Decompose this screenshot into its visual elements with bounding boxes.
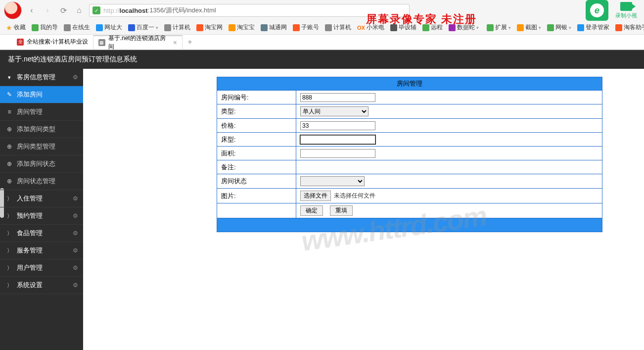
bookmark-item[interactable]: 网银▾ <box>545 23 573 32</box>
bookmark-item[interactable]: 登录管家 <box>575 23 611 32</box>
browser-chrome: ‹ › ⟳ ⌂ ✓ http://localhost:1356/源代码/inde… <box>0 0 644 50</box>
input-area[interactable] <box>300 149 375 158</box>
select-status[interactable] <box>300 176 365 186</box>
sidebar-label: 添加房间状态 <box>17 159 55 168</box>
bookmark-item[interactable]: 截图▾ <box>515 23 543 32</box>
screen-recorder-watermark: 屏幕录像专家 未注册 <box>366 12 477 27</box>
bookmark-icon <box>487 24 494 31</box>
bookmark-item[interactable]: 网址大 <box>94 23 124 32</box>
bookmark-item[interactable]: 我的导 <box>30 23 60 32</box>
address-row: ‹ › ⟳ ⌂ ✓ http://localhost:1356/源代码/inde… <box>0 0 644 21</box>
reset-button[interactable]: 重填 <box>330 205 353 216</box>
gear-icon[interactable]: ⚙ <box>73 230 78 237</box>
bookmark-item[interactable]: 子账号 <box>291 23 321 32</box>
close-icon[interactable]: × <box>173 39 177 47</box>
star-icon: ★ <box>6 24 12 32</box>
table-row: 确定 重填 <box>217 203 602 218</box>
bookmark-item[interactable]: 在线生 <box>62 23 92 32</box>
choose-file-button[interactable]: 选择文件 <box>300 191 331 201</box>
bookmark-icon <box>32 24 39 31</box>
bookmark-icon <box>261 24 268 31</box>
gear-icon[interactable]: ⚙ <box>73 74 78 81</box>
address-bar[interactable]: ✓ http://localhost:1356/源代码/index.html <box>89 4 410 17</box>
table-row: 床型: <box>217 133 602 147</box>
sidebar-item-add-room-status[interactable]: ⊕ 添加房间状态 <box>0 155 83 173</box>
label-area: 面积: <box>217 147 296 160</box>
bookmark-icon <box>64 24 71 31</box>
bookmark-icon <box>196 24 203 31</box>
sidebar-item-room-type-manage[interactable]: ⊕ 房间类型管理 <box>0 138 83 155</box>
profile-avatar[interactable] <box>4 1 22 19</box>
sidebar-section-user[interactable]: 〉 用户管理 ⚙ <box>0 259 83 277</box>
app-body: ▾ 客房信息管理 ⚙ ✎ 添加房间 ≡ 房间管理 ⊕ 添加房间类型 ⊕ 房间类型… <box>0 69 644 350</box>
favicon-icon: ▦ <box>98 39 105 46</box>
record-button[interactable]: 录制小视 <box>612 2 640 19</box>
sidebar-label: 系统设置 <box>17 281 43 290</box>
sidebar-item-add-room-type[interactable]: ⊕ 添加房间类型 <box>0 121 83 138</box>
tab-search[interactable]: 全 全站搜索-计算机毕业设 <box>12 35 93 49</box>
bookmark-item[interactable]: 扩展▾ <box>485 23 513 32</box>
back-button[interactable]: ‹ <box>26 4 38 16</box>
gear-icon[interactable]: ⚙ <box>73 247 78 254</box>
home-button[interactable]: ⌂ <box>73 4 85 16</box>
shield-icon: ✓ <box>92 6 100 14</box>
input-price[interactable] <box>300 121 375 130</box>
bookmark-item[interactable]: 淘宝宝 <box>227 23 257 32</box>
tab-label: 基于.net的连锁酒店房间 <box>108 34 170 51</box>
sidebar-section-room-info[interactable]: ▾ 客房信息管理 ⚙ <box>0 69 83 86</box>
bookmark-icon <box>164 24 171 31</box>
sidebar-label: 房间类型管理 <box>17 142 55 151</box>
chevron-right-icon: 〉 <box>6 247 13 254</box>
form-title: 房间管理 <box>217 77 602 91</box>
record-label: 录制小视 <box>615 12 637 18</box>
bookmark-item[interactable]: 计算机 <box>323 23 353 32</box>
gear-icon[interactable]: ⚙ <box>73 195 78 202</box>
tab-hotel-system[interactable]: ▦ 基于.net的连锁酒店房间 × <box>93 35 183 49</box>
sidebar-section-reservation[interactable]: 〉 预约管理 ⚙ <box>0 207 83 225</box>
gear-icon[interactable]: ⚙ <box>73 282 78 289</box>
sidebar-section-service[interactable]: 〉 服务管理 ⚙ <box>0 242 83 259</box>
sidebar-section-system[interactable]: 〉 系统设置 ⚙ <box>0 277 83 294</box>
bookmark-icon <box>229 24 235 31</box>
forward-button: › <box>42 4 53 16</box>
sidebar-item-add-room[interactable]: ✎ 添加房间 <box>0 86 83 103</box>
bookmark-icon <box>325 24 332 31</box>
label-type: 类型: <box>217 104 296 119</box>
file-status-text: 未选择任何文件 <box>334 192 375 200</box>
chevron-right-icon: 〉 <box>6 282 13 289</box>
chevron-right-icon: 〉 <box>6 212 13 220</box>
bookmark-icon <box>547 24 554 31</box>
select-type[interactable]: 单人间 <box>300 106 368 116</box>
bookmark-item[interactable]: 城通网 <box>259 23 289 32</box>
new-tab-button[interactable]: + <box>183 38 197 47</box>
bookmark-icon <box>517 24 524 31</box>
label-pic: 图片: <box>217 189 296 203</box>
input-bed[interactable] <box>300 135 375 144</box>
bookmark-item[interactable]: 计算机 <box>162 23 192 32</box>
table-row: 类型: 单人间 <box>217 104 602 119</box>
bookmark-item[interactable]: 淘宝网 <box>194 23 225 32</box>
bookmark-item[interactable]: 百度一▾ <box>126 23 160 32</box>
sidebar-section-checkin[interactable]: 〉 入住管理 ⚙ <box>0 190 83 207</box>
bookmark-icon <box>96 24 103 31</box>
sidebar-section-food[interactable]: 〉 食品管理 ⚙ <box>0 225 83 242</box>
tab-label: 全站搜索-计算机毕业设 <box>27 38 88 46</box>
sidebar-label: 用户管理 <box>17 263 43 272</box>
form-footer <box>217 218 602 232</box>
bookmark-item[interactable]: 淘客助手 <box>613 23 644 32</box>
globe-icon: ⊕ <box>6 178 13 185</box>
label-remark: 备注: <box>217 160 296 174</box>
browser-logo-icon[interactable]: e <box>586 0 608 21</box>
gear-icon[interactable]: ⚙ <box>73 212 78 219</box>
sidebar-item-room-manage[interactable]: ≡ 房间管理 <box>0 103 83 121</box>
pencil-icon: ✎ <box>6 91 13 98</box>
bookmark-favorites[interactable]: ★收藏 <box>4 23 28 32</box>
submit-button[interactable]: 确定 <box>300 205 323 216</box>
sidebar-label: 入住管理 <box>17 194 43 203</box>
gear-icon[interactable]: ⚙ <box>73 264 78 271</box>
input-room-no[interactable] <box>300 93 375 102</box>
reload-button[interactable]: ⟳ <box>57 4 69 16</box>
sidebar-label: 预约管理 <box>17 211 43 220</box>
bookmark-icon <box>293 24 300 31</box>
sidebar-item-room-status-manage[interactable]: ⊕ 房间状态管理 <box>0 173 83 190</box>
